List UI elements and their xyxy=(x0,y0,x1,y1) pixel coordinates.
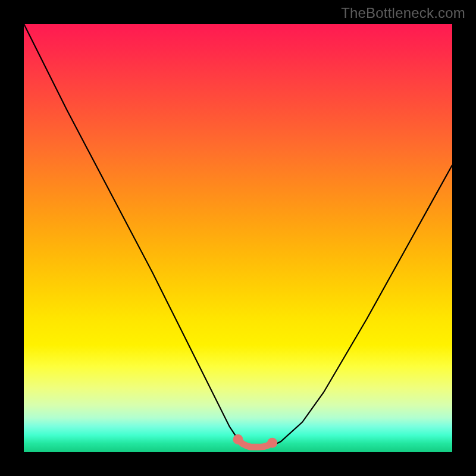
plot-area xyxy=(24,24,452,452)
watermark-text: TheBottleneck.com xyxy=(341,5,465,21)
optimal-zone-marker xyxy=(238,439,273,447)
bottleneck-curve xyxy=(24,24,452,447)
marker-start-dot xyxy=(233,434,243,444)
marker-end-dot xyxy=(267,438,277,448)
chart-frame: TheBottleneck.com xyxy=(0,0,476,476)
curve-layer xyxy=(24,24,452,452)
